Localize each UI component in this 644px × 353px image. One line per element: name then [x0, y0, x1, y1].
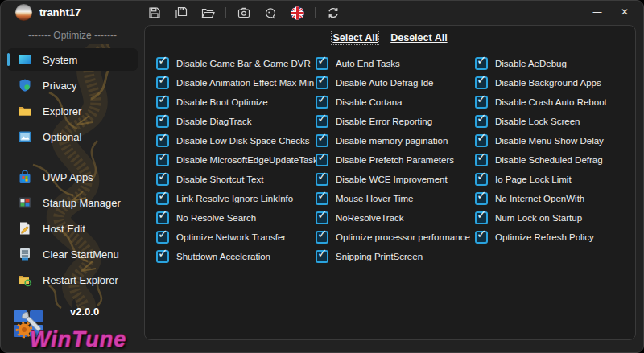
checkbox-label: Disable Animation Effect Max Min [176, 78, 314, 88]
checkbox-icon[interactable] [475, 57, 488, 70]
checkbox-icon[interactable] [156, 115, 169, 128]
checkbox-option[interactable]: Shutdown Acceleration [156, 247, 316, 266]
checkbox-icon[interactable] [156, 173, 169, 186]
refresh-icon[interactable] [324, 4, 342, 22]
checkbox-icon[interactable] [316, 154, 328, 166]
checkbox-icon[interactable] [156, 76, 169, 89]
checkbox-label: Disable AeDebug [495, 59, 567, 68]
sidebar-item-host-edit[interactable]: Host Edit [7, 217, 138, 240]
checkbox-icon[interactable] [475, 96, 488, 109]
checkbox-option[interactable]: Disable MicrosoftEdgeUpdateTask [156, 150, 316, 170]
checkbox-icon[interactable] [475, 134, 488, 147]
checkbox-icon[interactable] [475, 192, 488, 205]
checkbox-option[interactable]: Disable memory pagination [316, 131, 475, 150]
uk-flag-icon[interactable] [288, 4, 306, 22]
checkbox-option[interactable]: NoResolveTrack [316, 208, 475, 228]
sidebar-item-optional[interactable]: Optional [7, 125, 138, 148]
checkbox-icon[interactable] [156, 211, 169, 224]
checkbox-icon[interactable] [316, 134, 328, 147]
startup-window-icon [18, 195, 32, 210]
checkbox-icon[interactable] [316, 211, 328, 224]
checkbox-option[interactable]: Disable Auto Defrag Ide [316, 73, 475, 92]
checkbox-option[interactable]: Mouse Hover Time [316, 189, 475, 208]
sidebar-spacer [7, 151, 138, 166]
checkbox-option[interactable]: Optimize Refresh Policy [475, 228, 634, 247]
uwp-store-bag-icon [18, 170, 32, 184]
checkbox-label: Disable Menu Show Delay [495, 136, 604, 146]
checkbox-option[interactable]: Num Lock on Startup [475, 208, 634, 228]
checkbox-option[interactable]: Link Resolve Ignore LinkInfo [156, 189, 316, 208]
checkbox-option[interactable]: Snipping PrintScreen [316, 247, 475, 266]
checkbox-label: Disable Scheduled Defrag [495, 155, 603, 165]
minimize-button[interactable]: — [584, 1, 611, 23]
camera-icon[interactable] [235, 4, 253, 22]
sidebar-item-privacy[interactable]: Privacy [7, 74, 138, 96]
checkbox-icon[interactable] [316, 115, 328, 128]
checkbox-option[interactable]: Optimize Network Transfer [156, 228, 316, 247]
open-folder-icon[interactable] [199, 4, 217, 22]
system-monitor-icon [18, 52, 32, 67]
checkbox-icon[interactable] [475, 211, 488, 224]
user-face-icon[interactable] [262, 4, 279, 22]
username: tranht17 [39, 6, 80, 18]
checkbox-option[interactable]: Disable Lock Screen [475, 112, 634, 131]
checkbox-option[interactable]: Disable Cortana [316, 92, 475, 112]
checkbox-option[interactable]: Disable Crash Auto Reboot [475, 92, 634, 112]
checkbox-option[interactable]: Disable DiagTrack [156, 112, 316, 131]
select-all-link[interactable]: Select All [332, 32, 378, 43]
checkbox-icon[interactable] [316, 96, 328, 109]
checkbox-icon[interactable] [475, 231, 488, 244]
sidebar-item-restart-explorer[interactable]: Restart Explorer [7, 269, 138, 291]
checkbox-option[interactable]: Disable Menu Show Delay [475, 131, 634, 150]
titlebar: tranht17 [1, 1, 643, 25]
checkbox-icon[interactable] [475, 76, 488, 89]
checkbox-icon[interactable] [316, 192, 328, 205]
checkbox-icon[interactable] [316, 173, 328, 186]
sidebar-item-startup-manager[interactable]: Startup Manager [7, 191, 138, 214]
checkbox-icon[interactable] [156, 134, 169, 147]
checkbox-option[interactable]: No Internet OpenWith [475, 189, 634, 208]
checkbox-option[interactable]: Disable Game Bar & Game DVR [156, 54, 316, 73]
checkbox-option[interactable]: Disable Error Reporting [316, 112, 475, 131]
checkbox-option[interactable]: Disable Background Apps [475, 73, 634, 92]
checkbox-option[interactable]: Disable Animation Effect Max Min [156, 73, 316, 92]
sidebar-item-explorer[interactable]: Explorer [7, 100, 138, 122]
checkbox-option[interactable]: Disable Low Disk Space Checks [156, 131, 316, 150]
checkbox-icon[interactable] [475, 173, 488, 186]
close-button[interactable]: ✕ [611, 1, 638, 23]
checkbox-icon[interactable] [156, 57, 169, 70]
checkbox-icon[interactable] [475, 154, 488, 166]
sidebar-item-system[interactable]: System [7, 48, 138, 71]
checkbox-option[interactable]: Disable Boot Optimize [156, 92, 316, 112]
checkbox-icon[interactable] [156, 154, 169, 166]
save-icon[interactable] [146, 4, 163, 22]
checkbox-option[interactable]: Disable Scheduled Defrag [475, 150, 634, 170]
checkbox-icon[interactable] [316, 76, 328, 89]
sidebar-item-label: System [43, 54, 77, 66]
deselect-all-link[interactable]: Deselect All [390, 32, 447, 43]
checkbox-option[interactable]: Disable Shortcut Text [156, 170, 316, 189]
checkbox-label: Disable Crash Auto Reboot [495, 97, 607, 107]
checkbox-label: Disable Error Reporting [336, 117, 432, 126]
checkbox-icon[interactable] [316, 231, 328, 244]
checkbox-label: Optimize processor performance [336, 232, 470, 242]
checkbox-option[interactable]: Auto End Tasks [316, 54, 475, 73]
tweak-column-3: Disable AeDebug Disable Background Apps … [475, 54, 634, 266]
checkbox-option[interactable]: Disable AeDebug [475, 54, 634, 73]
checkbox-icon[interactable] [156, 231, 169, 244]
checkbox-icon[interactable] [156, 96, 169, 109]
checkbox-icon[interactable] [156, 250, 169, 263]
checkbox-label: Disable MicrosoftEdgeUpdateTask [176, 155, 318, 165]
save-all-icon[interactable] [172, 4, 190, 22]
sidebar-item-clear-startmenu[interactable]: Clear StartMenu [7, 243, 138, 265]
checkbox-option[interactable]: Disable Prefetch Parameters [316, 150, 475, 170]
checkbox-option[interactable]: Io Page Lock Limit [475, 170, 634, 189]
checkbox-icon[interactable] [316, 57, 328, 70]
checkbox-option[interactable]: Disable WCE Improvement [316, 170, 475, 189]
checkbox-icon[interactable] [316, 250, 328, 263]
checkbox-icon[interactable] [475, 115, 488, 128]
sidebar-item-uwp-apps[interactable]: UWP Apps [7, 166, 138, 188]
checkbox-option[interactable]: No Resolve Search [156, 208, 316, 228]
checkbox-icon[interactable] [156, 192, 169, 205]
checkbox-option[interactable]: Optimize processor performance [316, 228, 475, 247]
